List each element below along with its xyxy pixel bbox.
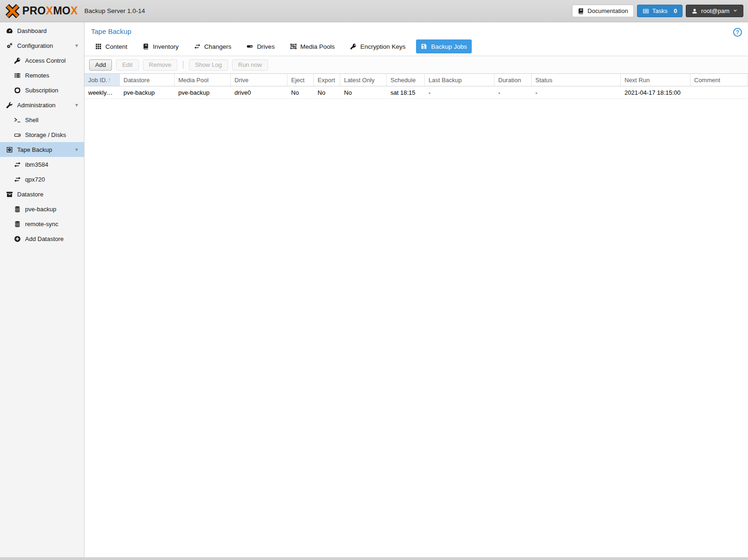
- proxmox-wordmark: PROXMOX: [22, 5, 78, 17]
- documentation-button[interactable]: Documentation: [572, 5, 633, 17]
- sidebar-item-subscription[interactable]: Subscription: [0, 83, 84, 98]
- user-label: root@pam: [701, 7, 729, 14]
- exchange-icon: [13, 176, 21, 183]
- sidebar-item-label: Datastore: [17, 191, 43, 198]
- column-header-last-backup[interactable]: Last Backup: [425, 74, 494, 86]
- database-icon: [13, 206, 21, 213]
- sidebar-item-administration[interactable]: Administration▾: [0, 98, 84, 112]
- remotes-icon: [13, 72, 21, 79]
- show-log-button[interactable]: Show Log: [189, 59, 228, 71]
- sidebar-item-label: Storage / Disks: [25, 131, 66, 138]
- cell-eject: No: [287, 86, 314, 98]
- column-header-status[interactable]: Status: [532, 74, 621, 86]
- tab-media-pools[interactable]: Media Pools: [286, 39, 339, 53]
- tab-bar: ContentInventoryChangersDrivesMedia Pool…: [85, 37, 748, 56]
- column-label: Drive: [234, 77, 248, 84]
- app-window: PROXMOX Backup Server 1.0-14 Documentati…: [0, 0, 748, 560]
- sidebar-item-dashboard[interactable]: Dashboard: [0, 23, 84, 38]
- sidebar-item-datastore[interactable]: Datastore: [0, 187, 84, 202]
- window-bottom-edge: [0, 557, 748, 560]
- column-label: Eject: [291, 77, 305, 84]
- proxmox-logo[interactable]: PROXMOX: [5, 3, 78, 19]
- column-header-duration[interactable]: Duration: [494, 74, 532, 86]
- add-button[interactable]: Add: [89, 59, 112, 71]
- sidebar-item-access-control[interactable]: Access Control: [0, 53, 84, 68]
- column-header-latest-only[interactable]: Latest Only: [340, 74, 387, 86]
- logo-letter: PRO: [22, 5, 46, 17]
- sidebar-item-storage-disks[interactable]: Storage / Disks: [0, 127, 84, 142]
- cell-status: -: [532, 86, 621, 98]
- tasks-label: Tasks: [652, 7, 668, 14]
- sidebar-item-pve-backup[interactable]: pve-backup: [0, 202, 84, 216]
- sidebar-item-label: Configuration: [17, 42, 53, 49]
- grid-icon: [95, 43, 102, 50]
- sidebar-item-add-datastore[interactable]: Add Datastore: [0, 231, 84, 246]
- product-version: Backup Server 1.0-14: [85, 7, 145, 14]
- tab-backup-jobs[interactable]: Backup Jobs: [416, 39, 471, 53]
- wrench-icon: [6, 102, 13, 109]
- column-header-next-run[interactable]: Next Run: [621, 74, 690, 86]
- sidebar-item-ibm3584[interactable]: ibm3584: [0, 157, 84, 172]
- book-icon: [143, 43, 149, 50]
- tab-inventory[interactable]: Inventory: [138, 39, 183, 53]
- tab-encryption-keys[interactable]: Encryption Keys: [345, 39, 410, 53]
- toolbar: AddEditRemoveShow LogRun now: [85, 56, 748, 74]
- column-header-schedule[interactable]: Schedule: [387, 74, 425, 86]
- documentation-label: Documentation: [587, 7, 628, 14]
- sidebar-item-remote-sync[interactable]: remote-sync: [0, 216, 84, 231]
- cell-drive: drive0: [231, 86, 287, 98]
- tab-drives[interactable]: Drives: [242, 39, 279, 53]
- column-label: Status: [535, 77, 553, 84]
- remove-button[interactable]: Remove: [143, 59, 177, 71]
- sidebar-item-shell[interactable]: Shell: [0, 112, 84, 127]
- run-now-button[interactable]: Run now: [232, 59, 268, 71]
- table-row[interactable]: weekly…pve-backuppve-backupdrive0NoNoNos…: [85, 86, 748, 99]
- tab-label: Encryption Keys: [360, 43, 406, 50]
- tab-changers[interactable]: Changers: [189, 39, 236, 53]
- tab-label: Content: [105, 43, 127, 50]
- cell-last-backup: -: [425, 86, 494, 98]
- sidebar-item-qpx720[interactable]: qpx720: [0, 172, 84, 187]
- column-header-eject[interactable]: Eject: [287, 74, 314, 86]
- book-icon: [578, 8, 584, 14]
- cell-next-run: 2021-04-17 18:15:00: [621, 86, 690, 98]
- page-title: Tape Backup: [91, 27, 131, 35]
- sidebar-item-label: ibm3584: [25, 161, 48, 168]
- column-header-export[interactable]: Export: [314, 74, 340, 86]
- tab-label: Drives: [257, 43, 274, 50]
- sidebar-item-label: Administration: [17, 102, 55, 109]
- column-label: Schedule: [390, 77, 416, 84]
- proxmox-logo-icon: [5, 3, 20, 19]
- column-header-drive[interactable]: Drive: [231, 74, 287, 86]
- backup-jobs-grid: Job ID.↑DatastoreMedia PoolDriveEjectExp…: [85, 74, 748, 557]
- sidebar-item-label: Subscription: [25, 87, 59, 94]
- column-label: Media Pool: [178, 77, 208, 84]
- column-header-comment[interactable]: Comment: [690, 74, 748, 86]
- column-header-job-id[interactable]: Job ID.↑: [85, 74, 120, 86]
- sidebar-item-remotes[interactable]: Remotes: [0, 68, 84, 83]
- sidebar-item-configuration[interactable]: Configuration▾: [0, 38, 84, 53]
- header-buttons: Documentation Tasks 0 root@pam: [572, 5, 743, 17]
- chevron-down-icon[interactable]: ▾: [75, 42, 78, 49]
- tasks-button[interactable]: Tasks 0: [637, 5, 683, 17]
- drive-icon: [247, 43, 253, 50]
- main-panel: Tape Backup ? ContentInventoryChangersDr…: [85, 22, 748, 557]
- gears-icon: [6, 42, 13, 49]
- exchange-icon: [194, 43, 201, 50]
- edit-button[interactable]: Edit: [116, 59, 138, 71]
- title-row: Tape Backup: [85, 22, 748, 37]
- chevron-down-icon[interactable]: ▾: [75, 102, 78, 108]
- column-header-datastore[interactable]: Datastore: [120, 74, 175, 86]
- tab-label: Media Pools: [300, 43, 335, 50]
- sidebar-item-tape-backup[interactable]: Tape Backup▾: [0, 142, 84, 157]
- column-label: Last Backup: [429, 77, 462, 84]
- tab-content[interactable]: Content: [91, 39, 132, 53]
- cell-duration: -: [494, 86, 532, 98]
- sidebar-item-label: Remotes: [25, 72, 49, 79]
- tab-label: Changers: [204, 43, 232, 50]
- help-icon[interactable]: ?: [733, 28, 742, 37]
- sort-ascending-icon: ↑: [108, 77, 111, 83]
- column-header-media-pool[interactable]: Media Pool: [175, 74, 231, 86]
- chevron-down-icon[interactable]: ▾: [75, 146, 78, 153]
- user-menu-button[interactable]: root@pam: [686, 5, 743, 17]
